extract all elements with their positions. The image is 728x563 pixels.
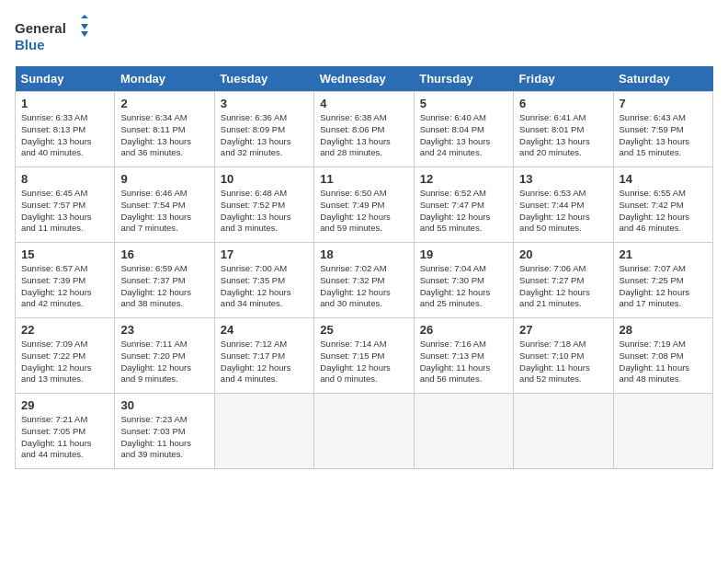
day-number: 9 — [120, 172, 208, 186]
calendar-cell: 21Sunrise: 7:07 AM Sunset: 7:25 PM Dayli… — [613, 243, 712, 318]
svg-marker-2 — [81, 15, 88, 18]
calendar-cell: 8Sunrise: 6:45 AM Sunset: 7:57 PM Daylig… — [16, 167, 115, 243]
calendar-cell: 23Sunrise: 7:11 AM Sunset: 7:20 PM Dayli… — [115, 318, 214, 394]
day-info: Sunrise: 6:48 AM Sunset: 7:52 PM Dayligh… — [221, 188, 308, 235]
calendar-cell: 16Sunrise: 6:59 AM Sunset: 7:37 PM Dayli… — [115, 243, 214, 318]
weekday-header-thursday: Thursday — [414, 66, 513, 92]
calendar-cell: 24Sunrise: 7:12 AM Sunset: 7:17 PM Dayli… — [214, 318, 313, 394]
day-number: 27 — [519, 323, 607, 337]
day-info: Sunrise: 7:06 AM Sunset: 7:27 PM Dayligh… — [519, 263, 607, 310]
calendar-cell: 2Sunrise: 6:34 AM Sunset: 8:11 PM Daylig… — [115, 92, 214, 167]
calendar-cell: 13Sunrise: 6:53 AM Sunset: 7:44 PM Dayli… — [514, 167, 613, 243]
day-info: Sunrise: 6:45 AM Sunset: 7:57 PM Dayligh… — [21, 188, 108, 235]
svg-marker-4 — [81, 31, 88, 37]
calendar-cell — [514, 394, 613, 469]
calendar-cell — [414, 394, 513, 469]
day-info: Sunrise: 7:02 AM Sunset: 7:32 PM Dayligh… — [320, 263, 407, 310]
calendar-cell: 27Sunrise: 7:18 AM Sunset: 7:10 PM Dayli… — [514, 318, 613, 394]
calendar-table: SundayMondayTuesdayWednesdayThursdayFrid… — [15, 66, 713, 469]
calendar-cell: 25Sunrise: 7:14 AM Sunset: 7:15 PM Dayli… — [314, 318, 414, 394]
day-info: Sunrise: 6:57 AM Sunset: 7:39 PM Dayligh… — [21, 263, 108, 310]
calendar-cell: 11Sunrise: 6:50 AM Sunset: 7:49 PM Dayli… — [314, 167, 414, 243]
calendar-cell: 15Sunrise: 6:57 AM Sunset: 7:39 PM Dayli… — [16, 243, 115, 318]
calendar-cell — [613, 394, 712, 469]
day-info: Sunrise: 6:33 AM Sunset: 8:13 PM Dayligh… — [21, 112, 108, 159]
day-info: Sunrise: 7:04 AM Sunset: 7:30 PM Dayligh… — [420, 263, 507, 310]
day-number: 19 — [420, 247, 507, 261]
day-info: Sunrise: 6:40 AM Sunset: 8:04 PM Dayligh… — [420, 112, 507, 159]
day-number: 24 — [221, 323, 308, 337]
calendar-week-5: 29Sunrise: 7:21 AM Sunset: 7:05 PM Dayli… — [16, 394, 713, 469]
day-info: Sunrise: 6:36 AM Sunset: 8:09 PM Dayligh… — [221, 112, 308, 159]
day-number: 20 — [519, 247, 607, 261]
day-number: 15 — [21, 247, 108, 261]
day-number: 11 — [320, 172, 407, 186]
day-number: 26 — [420, 323, 507, 337]
day-info: Sunrise: 7:21 AM Sunset: 7:05 PM Dayligh… — [21, 414, 108, 461]
day-info: Sunrise: 6:38 AM Sunset: 8:06 PM Dayligh… — [320, 112, 407, 159]
calendar-cell — [314, 394, 414, 469]
day-number: 5 — [420, 97, 507, 110]
calendar-cell: 28Sunrise: 7:19 AM Sunset: 7:08 PM Dayli… — [613, 318, 712, 394]
day-number: 30 — [120, 398, 208, 412]
calendar-cell: 4Sunrise: 6:38 AM Sunset: 8:06 PM Daylig… — [314, 92, 414, 167]
day-info: Sunrise: 6:34 AM Sunset: 8:11 PM Dayligh… — [120, 112, 208, 159]
day-info: Sunrise: 6:53 AM Sunset: 7:44 PM Dayligh… — [519, 188, 607, 235]
day-number: 1 — [21, 97, 108, 110]
day-info: Sunrise: 6:46 AM Sunset: 7:54 PM Dayligh… — [120, 188, 208, 235]
calendar-week-3: 15Sunrise: 6:57 AM Sunset: 7:39 PM Dayli… — [16, 243, 713, 318]
day-number: 23 — [120, 323, 208, 337]
calendar-week-4: 22Sunrise: 7:09 AM Sunset: 7:22 PM Dayli… — [16, 318, 713, 394]
day-number: 25 — [320, 323, 407, 337]
calendar-cell: 19Sunrise: 7:04 AM Sunset: 7:30 PM Dayli… — [414, 243, 513, 318]
calendar-cell: 9Sunrise: 6:46 AM Sunset: 7:54 PM Daylig… — [115, 167, 214, 243]
calendar-cell: 17Sunrise: 7:00 AM Sunset: 7:35 PM Dayli… — [214, 243, 313, 318]
day-info: Sunrise: 6:43 AM Sunset: 7:59 PM Dayligh… — [620, 112, 707, 159]
calendar-cell: 1Sunrise: 6:33 AM Sunset: 8:13 PM Daylig… — [16, 92, 115, 167]
day-info: Sunrise: 7:16 AM Sunset: 7:13 PM Dayligh… — [420, 339, 507, 385]
day-number: 18 — [320, 247, 407, 261]
page-header: General Blue — [15, 15, 713, 55]
calendar-cell: 30Sunrise: 7:23 AM Sunset: 7:03 PM Dayli… — [115, 394, 214, 469]
day-info: Sunrise: 7:00 AM Sunset: 7:35 PM Dayligh… — [221, 263, 308, 310]
calendar-cell: 18Sunrise: 7:02 AM Sunset: 7:32 PM Dayli… — [314, 243, 414, 318]
logo-svg: General Blue — [15, 15, 88, 55]
day-info: Sunrise: 6:41 AM Sunset: 8:01 PM Dayligh… — [519, 112, 607, 159]
day-info: Sunrise: 7:12 AM Sunset: 7:17 PM Dayligh… — [221, 339, 308, 385]
calendar-cell: 22Sunrise: 7:09 AM Sunset: 7:22 PM Dayli… — [16, 318, 115, 394]
day-number: 14 — [620, 172, 707, 186]
day-info: Sunrise: 7:23 AM Sunset: 7:03 PM Dayligh… — [120, 414, 208, 461]
day-number: 28 — [620, 323, 707, 337]
calendar-cell: 3Sunrise: 6:36 AM Sunset: 8:09 PM Daylig… — [214, 92, 313, 167]
weekday-header-row: SundayMondayTuesdayWednesdayThursdayFrid… — [16, 66, 713, 92]
day-number: 13 — [519, 172, 607, 186]
day-info: Sunrise: 7:11 AM Sunset: 7:20 PM Dayligh… — [120, 339, 208, 385]
svg-marker-3 — [81, 24, 88, 29]
calendar-cell: 26Sunrise: 7:16 AM Sunset: 7:13 PM Dayli… — [414, 318, 513, 394]
day-number: 3 — [221, 97, 308, 110]
calendar-cell: 10Sunrise: 6:48 AM Sunset: 7:52 PM Dayli… — [214, 167, 313, 243]
calendar-cell: 5Sunrise: 6:40 AM Sunset: 8:04 PM Daylig… — [414, 92, 513, 167]
logo: General Blue — [15, 15, 88, 55]
weekday-header-wednesday: Wednesday — [314, 66, 414, 92]
day-info: Sunrise: 7:18 AM Sunset: 7:10 PM Dayligh… — [519, 339, 607, 385]
day-number: 6 — [519, 97, 607, 110]
calendar-cell: 14Sunrise: 6:55 AM Sunset: 7:42 PM Dayli… — [613, 167, 712, 243]
day-number: 7 — [620, 97, 707, 110]
calendar-cell: 20Sunrise: 7:06 AM Sunset: 7:27 PM Dayli… — [514, 243, 613, 318]
day-info: Sunrise: 7:07 AM Sunset: 7:25 PM Dayligh… — [620, 263, 707, 310]
calendar-cell — [214, 394, 313, 469]
calendar-cell: 6Sunrise: 6:41 AM Sunset: 8:01 PM Daylig… — [514, 92, 613, 167]
day-number: 16 — [120, 247, 208, 261]
day-info: Sunrise: 6:59 AM Sunset: 7:37 PM Dayligh… — [120, 263, 208, 310]
day-info: Sunrise: 7:09 AM Sunset: 7:22 PM Dayligh… — [21, 339, 108, 385]
day-number: 8 — [21, 172, 108, 186]
day-number: 12 — [420, 172, 507, 186]
calendar-week-2: 8Sunrise: 6:45 AM Sunset: 7:57 PM Daylig… — [16, 167, 713, 243]
day-info: Sunrise: 6:55 AM Sunset: 7:42 PM Dayligh… — [620, 188, 707, 235]
day-info: Sunrise: 6:50 AM Sunset: 7:49 PM Dayligh… — [320, 188, 407, 235]
svg-text:Blue: Blue — [15, 37, 45, 52]
day-number: 2 — [120, 97, 208, 110]
day-number: 4 — [320, 97, 407, 110]
day-number: 17 — [221, 247, 308, 261]
